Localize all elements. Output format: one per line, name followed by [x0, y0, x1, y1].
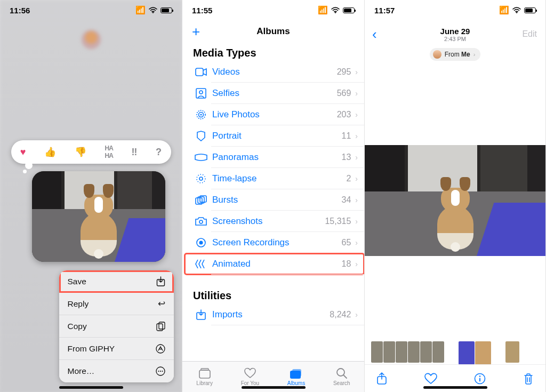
status-bar: 11:57 📶 [365, 0, 545, 20]
albums-icon [290, 367, 303, 379]
row-timelapse[interactable]: Time-lapse 2 › [184, 168, 364, 189]
share-icon[interactable] [376, 372, 387, 385]
row-screen-recordings[interactable]: Screen Recordings 65 › [184, 232, 364, 253]
row-label: Videos [209, 67, 337, 77]
chevron-right-icon: › [353, 153, 358, 162]
menu-from-giphy[interactable]: From GIPHY [59, 338, 174, 360]
row-label: Screenshots [209, 216, 325, 227]
chevron-right-icon: › [353, 68, 358, 76]
chevron-right-icon: › [353, 310, 358, 319]
row-label: Selfies [209, 88, 337, 99]
row-screenshots[interactable]: Screenshots 15,315 › [184, 211, 364, 232]
row-panoramas[interactable]: Panoramas 13 › [184, 147, 364, 168]
row-count: 203 [337, 110, 354, 119]
row-imports[interactable]: Imports 8,242 › [184, 304, 364, 325]
screenrec-icon [193, 237, 209, 248]
chevron-right-icon: › [353, 217, 358, 226]
cellular-icon: 📶 [499, 5, 509, 15]
menu-save-label: Save [68, 277, 86, 286]
clock: 11:57 [374, 6, 395, 15]
photo-viewer[interactable] [365, 145, 545, 256]
photo-detail-pane: 11:57 📶 ‹ June 29 2:43 PM Edit From Me › [365, 0, 546, 392]
animated-icon [193, 259, 209, 269]
row-count: 65 [342, 238, 354, 247]
video-icon [193, 68, 209, 76]
tapback-thumbsdown-icon[interactable]: 👎 [75, 146, 86, 158]
row-bursts[interactable]: Bursts 34 › [184, 189, 364, 211]
tapback-exclaim-icon[interactable]: ‼︎ [132, 147, 138, 158]
nav-bar: + Albums [182, 20, 364, 43]
svg-point-30 [516, 12, 517, 13]
row-label: Bursts [209, 195, 342, 205]
nav-title: Albums [256, 26, 290, 37]
status-right: 📶 [499, 5, 536, 15]
menu-copy[interactable]: Copy [59, 315, 174, 338]
menu-more[interactable]: More… [59, 360, 174, 382]
tapback-question-icon[interactable]: ? [156, 147, 162, 158]
tab-library[interactable]: Library [196, 367, 213, 386]
status-right: 📶 [318, 5, 355, 15]
chevron-right-icon: › [473, 51, 476, 58]
svg-point-7 [159, 371, 160, 372]
status-right: 📶 [135, 5, 172, 15]
row-videos[interactable]: Videos 295 › [184, 61, 364, 83]
tapback-bar[interactable]: ♥ 👍 👎 HAHA ‼︎ ? [11, 140, 171, 164]
chevron-right-icon: › [353, 132, 358, 140]
row-animated[interactable]: Animated 18 › [184, 253, 364, 275]
battery-icon [160, 7, 172, 13]
row-label: Live Photos [209, 109, 337, 120]
row-label: Portrait [209, 131, 342, 141]
tab-albums[interactable]: Albums [287, 367, 305, 386]
row-livephotos[interactable]: Live Photos 203 › [184, 104, 364, 125]
back-button[interactable]: ‹ [372, 26, 377, 43]
from-pill[interactable]: From Me › [430, 48, 481, 61]
screenshot-icon [193, 217, 209, 226]
tab-label: Library [196, 380, 213, 386]
tapback-haha-icon[interactable]: HAHA [105, 145, 113, 159]
svg-rect-25 [199, 370, 210, 378]
imports-icon [193, 309, 209, 320]
edit-button[interactable]: Edit [522, 29, 537, 39]
menu-copy-label: Copy [68, 322, 87, 331]
svg-point-12 [199, 91, 203, 94]
svg-rect-11 [196, 89, 206, 98]
menu-reply[interactable]: Reply ↩︎ [59, 293, 174, 315]
info-icon[interactable] [474, 373, 486, 385]
message-image-bubble[interactable] [32, 171, 165, 262]
thumb-group-selected[interactable] [459, 341, 492, 363]
row-count: 8,242 [330, 310, 353, 319]
tapback-thumbsup-icon[interactable]: 👍 [44, 146, 56, 158]
row-portrait[interactable]: Portrait 11 › [184, 125, 364, 147]
corgi-image [365, 145, 545, 256]
trash-icon[interactable] [523, 372, 534, 385]
tab-search[interactable]: Search [333, 367, 350, 386]
tab-foryou[interactable]: For You [241, 367, 259, 386]
row-label: Screen Recordings [209, 237, 342, 248]
burst-icon [193, 195, 209, 205]
home-indicator [423, 386, 487, 389]
add-button[interactable]: + [192, 25, 200, 38]
cellular-icon: 📶 [135, 5, 146, 15]
heart-outline-icon[interactable] [424, 373, 437, 385]
svg-rect-28 [292, 369, 301, 377]
chevron-right-icon: › [353, 89, 358, 98]
tapback-heart-icon[interactable]: ♥ [20, 147, 26, 158]
albums-list[interactable]: Media Types Videos 295 › Selfies 569 › L… [182, 43, 364, 361]
menu-reply-label: Reply [68, 299, 89, 309]
row-selfies[interactable]: Selfies 569 › [184, 83, 364, 104]
appstore-icon [156, 344, 165, 354]
context-menu: Save Reply ↩︎ Copy From GIPHY [59, 270, 174, 382]
photo-time: 2:43 PM [440, 36, 470, 42]
thumbnail-scrubber[interactable] [365, 340, 545, 364]
svg-point-17 [199, 177, 203, 180]
foryou-icon [244, 367, 256, 379]
thumb-group[interactable] [505, 341, 520, 363]
menu-save[interactable]: Save [59, 270, 174, 293]
battery-icon [524, 7, 536, 13]
selfie-icon [193, 88, 209, 99]
svg-point-16 [197, 174, 205, 183]
thumb-group[interactable] [371, 341, 445, 363]
portrait-icon [193, 131, 209, 141]
copy-icon [156, 322, 165, 331]
svg-point-6 [158, 371, 159, 372]
